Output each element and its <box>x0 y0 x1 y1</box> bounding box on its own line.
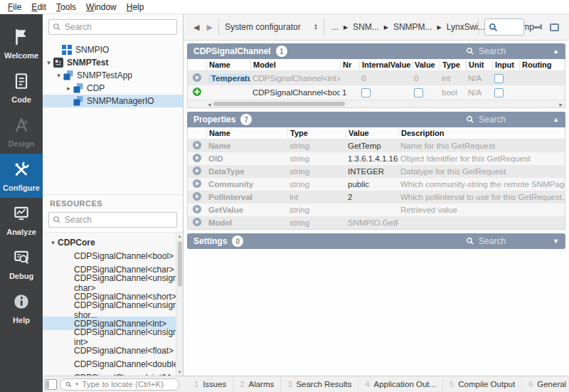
resources-search-input[interactable] <box>65 215 173 225</box>
add-icon[interactable] <box>192 87 202 98</box>
signal-channel-add-row[interactable]: CDPSignalChannel<bool> 1 bool N/A <box>188 85 565 100</box>
mode-debug[interactable]: Debug <box>0 242 43 286</box>
menu-tools[interactable]: Tools <box>51 1 81 13</box>
resources-scrollbar[interactable]: ▲ ▼ <box>176 233 183 376</box>
horizontal-scrollbar[interactable]: ◀ ▶ <box>188 100 565 107</box>
minimize-icon[interactable] <box>533 26 541 28</box>
tab-general-messages[interactable]: 6General Messa... <box>522 376 569 392</box>
tab-application-output[interactable]: 4Application Out... <box>358 376 443 392</box>
mode-configure[interactable]: Configure <box>0 154 43 198</box>
tab-alarms[interactable]: 2Alarms <box>233 376 281 392</box>
breadcrumb-segment[interactable]: SNM... <box>353 22 379 32</box>
menu-file[interactable]: File <box>3 1 26 13</box>
project-panel: SNMPIO ▾ SNMPTest ▾ SNMPTestApp <box>43 14 184 376</box>
menu-help[interactable]: Help <box>122 1 149 13</box>
properties-header[interactable]: Properties 7 Search ▲ <box>187 112 565 127</box>
scroll-down-icon[interactable]: ▼ <box>176 370 183 374</box>
property-row[interactable]: DataType string INTEGER Datatype for thi… <box>188 165 565 178</box>
menu-bar: File Edit Tools Window Help <box>0 0 569 14</box>
chevron-right-icon: ▶ <box>437 24 442 31</box>
section-search[interactable]: Search <box>466 115 538 125</box>
resource-item[interactable]: CDPSignalChannel<unsigned int> <box>43 330 183 344</box>
signal-channel-row[interactable]: Temperature CDPSignalChannel<int> 0 0 in… <box>188 71 565 85</box>
property-row[interactable]: Pollinterval int 2 Which pollinterval to… <box>188 191 565 203</box>
back-icon[interactable]: ◀ <box>193 23 199 32</box>
expander-icon[interactable]: ▾ <box>54 72 63 79</box>
maximize-icon[interactable] <box>550 23 559 31</box>
breadcrumb-segment[interactable]: LynxSwi... <box>447 22 485 32</box>
expander-icon[interactable]: ▾ <box>48 239 58 246</box>
chevron-down-icon: ▼ <box>75 382 79 386</box>
locate-field[interactable]: ▼ <box>60 378 179 391</box>
breadcrumb-segment[interactable]: ... <box>331 22 339 32</box>
sidebar-toggle-icon[interactable] <box>45 379 57 390</box>
view-mode-combo[interactable]: System configurator ▲▼ <box>219 18 324 36</box>
play-icon[interactable] <box>192 166 202 177</box>
scroll-up-icon[interactable]: ▲ <box>176 234 183 238</box>
mode-help[interactable]: Help <box>0 286 43 330</box>
property-row[interactable]: Community string public Which community-… <box>188 178 565 191</box>
resource-item[interactable]: CDPSignalChannel<float> <box>43 344 183 357</box>
collapse-icon[interactable]: ▲ <box>553 48 559 55</box>
play-icon[interactable] <box>192 153 202 164</box>
section-search[interactable]: Search <box>466 46 538 56</box>
locate-input[interactable] <box>82 380 174 388</box>
tree-item-cdp[interactable]: ▸ CDP <box>43 82 183 95</box>
input-checkbox[interactable] <box>494 74 504 83</box>
play-icon[interactable] <box>192 191 202 203</box>
tree-item-snmpio[interactable]: SNMPIO <box>43 43 183 56</box>
configure-content: CDPSignalChannel 1 Search ▲ <box>184 41 569 376</box>
main-search[interactable] <box>484 18 524 36</box>
property-row[interactable]: GetValue string Retrieved value <box>188 203 565 216</box>
section-search[interactable]: Search <box>466 236 538 246</box>
resource-item[interactable]: CDPSignalChannel<unsigned shor... <box>43 303 183 317</box>
mode-analyze[interactable]: Analyze <box>0 198 43 242</box>
scroll-thumb[interactable] <box>213 102 345 106</box>
resource-item[interactable]: CDPSignalChannel<int64_t> <box>43 371 183 376</box>
property-row[interactable]: OID string 1.3.6.1.4.1.16177... Object I… <box>188 152 565 165</box>
scroll-right-icon[interactable]: ▶ <box>559 102 563 107</box>
signal-name-cell[interactable]: Temperature <box>208 74 250 83</box>
tab-compile-output[interactable]: 5Compile Output <box>443 376 522 392</box>
expander-icon[interactable]: ▸ <box>64 85 73 92</box>
resources-group-cdpcore[interactable]: ▾ CDPCore <box>43 235 183 249</box>
component-icon <box>63 70 73 80</box>
scroll-left-icon[interactable]: ◀ <box>208 102 211 107</box>
signal-channel-header[interactable]: CDPSignalChannel 1 Search ▲ <box>187 43 565 59</box>
resources-search[interactable] <box>48 212 177 228</box>
menu-window[interactable]: Window <box>81 1 122 13</box>
property-row[interactable]: Model string SNMPIO.GetRe... <box>188 216 565 229</box>
expand-icon[interactable]: ▼ <box>553 238 559 245</box>
project-search-input[interactable] <box>65 22 173 32</box>
tree-item-snmpmanagerio[interactable]: SNMPManagerIO <box>43 95 183 107</box>
resource-item[interactable]: CDPSignalChannel<bool> <box>43 249 183 263</box>
tab-issues[interactable]: 1Issues <box>188 376 233 392</box>
play-icon[interactable] <box>192 140 202 152</box>
input-checkbox[interactable] <box>494 88 504 97</box>
breadcrumb-segment[interactable]: SNMPM... <box>393 22 432 32</box>
settings-header[interactable]: Settings 0 Search ▼ <box>187 233 565 249</box>
property-row[interactable]: Name string GetTemp Name for this GetReq… <box>188 139 565 152</box>
tree-item-snmptestapp[interactable]: ▾ SNMPTestApp <box>43 69 183 82</box>
play-icon[interactable] <box>192 179 202 190</box>
internal-value-checkbox[interactable] <box>361 88 371 97</box>
search-icon <box>466 47 474 55</box>
play-icon[interactable] <box>192 217 202 228</box>
resource-item[interactable]: CDPSignalChannel<unsigned char> <box>43 276 183 290</box>
settings-section: Settings 0 Search ▼ <box>187 233 565 249</box>
mode-code[interactable]: Code <box>0 65 43 110</box>
collapse-icon[interactable]: ▲ <box>553 116 559 123</box>
resource-item[interactable]: CDPSignalChannel<double> <box>43 357 183 371</box>
scroll-thumb[interactable] <box>178 241 182 287</box>
tree-item-snmptest[interactable]: ▾ SNMPTest <box>43 56 183 69</box>
expander-icon[interactable]: ▾ <box>44 59 53 66</box>
forward-icon[interactable]: ▶ <box>206 23 212 32</box>
mode-design[interactable]: Design <box>0 110 43 154</box>
project-search[interactable] <box>48 19 177 35</box>
menu-edit[interactable]: Edit <box>26 1 51 13</box>
mode-welcome[interactable]: Welcome <box>0 21 43 65</box>
play-icon[interactable] <box>192 73 202 84</box>
value-checkbox[interactable] <box>414 88 423 97</box>
play-icon[interactable] <box>192 204 202 216</box>
tab-search-results[interactable]: 3Search Results <box>281 376 358 392</box>
